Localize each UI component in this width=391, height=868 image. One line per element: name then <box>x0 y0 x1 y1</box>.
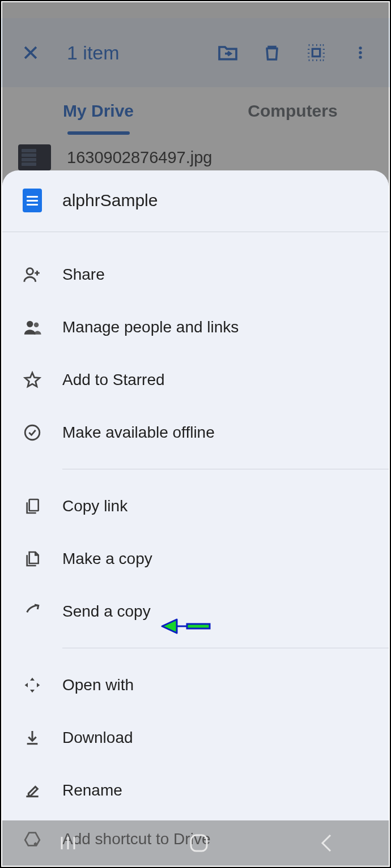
action-label: Manage people and links <box>62 318 239 336</box>
action-open-with[interactable]: Open with <box>2 659 389 711</box>
action-label: Share <box>62 266 105 284</box>
svg-point-6 <box>34 322 39 327</box>
annotation-arrow <box>160 612 211 641</box>
send-icon <box>23 602 42 621</box>
action-add-starred[interactable]: Add to Starred <box>2 353 389 406</box>
download-icon <box>23 728 42 747</box>
recents-button[interactable] <box>56 835 80 852</box>
rename-icon <box>23 781 42 800</box>
action-label: Download <box>62 729 133 747</box>
svg-point-7 <box>25 425 40 440</box>
action-manage-people[interactable]: Manage people and links <box>2 301 389 353</box>
sheet-file-name: alphrSample <box>62 191 158 210</box>
action-rename[interactable]: Rename <box>2 764 389 816</box>
action-label: Add to Starred <box>62 371 165 389</box>
svg-rect-9 <box>191 835 207 851</box>
actions-bottom-sheet: alphrSample Share Manage people and link… <box>2 170 389 866</box>
svg-point-4 <box>27 268 33 274</box>
sheet-header: alphrSample <box>2 170 389 232</box>
open-with-icon <box>23 675 42 695</box>
google-doc-icon <box>23 189 42 212</box>
action-make-copy[interactable]: Make a copy <box>2 532 389 585</box>
action-copy-link[interactable]: Copy link <box>2 480 389 532</box>
offline-icon <box>23 423 42 442</box>
back-button[interactable] <box>318 833 335 853</box>
copy-link-icon <box>23 497 42 516</box>
svg-point-5 <box>27 320 33 327</box>
action-available-offline[interactable]: Make available offline <box>2 406 389 459</box>
action-download[interactable]: Download <box>2 711 389 764</box>
action-share[interactable]: Share <box>2 248 389 301</box>
action-label: Make available offline <box>62 424 215 442</box>
action-label: Make a copy <box>62 550 152 568</box>
star-icon <box>23 370 42 390</box>
action-label: Open with <box>62 676 134 694</box>
system-nav-bar <box>2 820 389 866</box>
file-copy-icon <box>23 549 42 568</box>
people-icon <box>23 318 42 337</box>
action-label: Send a copy <box>62 602 151 621</box>
action-label: Rename <box>62 781 122 799</box>
action-label: Copy link <box>62 497 128 515</box>
home-button[interactable] <box>188 832 210 854</box>
app-screen: 1 item My Drive Computers 1630902876497.… <box>0 0 391 868</box>
person-add-icon <box>23 265 42 284</box>
svg-rect-8 <box>29 499 39 511</box>
